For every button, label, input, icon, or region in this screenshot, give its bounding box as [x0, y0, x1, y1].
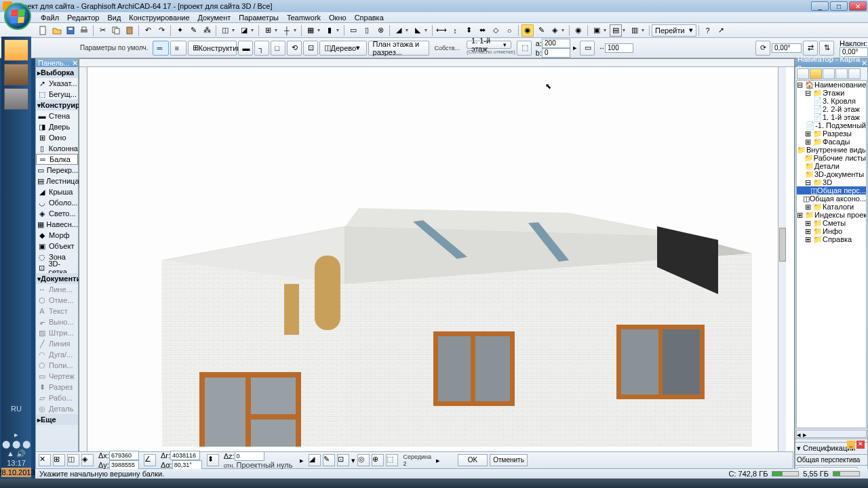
cb9-icon[interactable]: ⊡	[337, 454, 349, 466]
magic-wand-icon[interactable]: ✦	[174, 24, 186, 37]
tool-marquee[interactable]: ⬚Бегущ...	[36, 89, 78, 100]
tool-leveldim[interactable]: ⬡Отме...	[36, 295, 78, 306]
cb1-icon[interactable]: ✕	[39, 454, 51, 466]
nav-x-icon[interactable]: ✕	[856, 441, 865, 449]
angle-field[interactable]	[772, 43, 802, 53]
menu-design[interactable]: Конструирование	[125, 14, 193, 22]
v-scrollbar[interactable]	[778, 67, 786, 468]
group-icon[interactable]: ▦	[304, 24, 317, 37]
dim2-icon[interactable]: ↕	[449, 24, 461, 37]
suspend-icon[interactable]: ▮	[323, 24, 336, 37]
tool-arc[interactable]: ◠Дуга/...	[36, 349, 78, 360]
profile-icon[interactable]: ▭	[580, 41, 595, 56]
render2-icon[interactable]: ▤	[610, 24, 622, 37]
open-icon[interactable]	[51, 24, 63, 37]
method3-icon[interactable]: □	[271, 41, 285, 56]
mark3-icon[interactable]: ◈	[549, 24, 561, 37]
tool-wall[interactable]: ▬Стена	[36, 110, 78, 121]
clock-time[interactable]: 13:17	[1, 458, 31, 468]
nav-mini-icon[interactable]: _	[847, 441, 855, 449]
menu-options[interactable]: Параметры	[235, 14, 283, 22]
geom1-icon[interactable]: ═	[153, 41, 169, 56]
tool-shell[interactable]: ◡Оболо...	[36, 197, 78, 208]
cursor-icon[interactable]: ➚	[715, 24, 728, 37]
dx-field[interactable]	[109, 451, 139, 460]
a1-icon[interactable]: ◢	[393, 24, 405, 37]
3d-viewport[interactable]: x y z ⬉ ◰ ⊕ ⊖ ⛶	[79, 58, 795, 479]
method1-icon[interactable]: ▬	[238, 41, 253, 56]
menu-edit[interactable]: Редактор	[63, 14, 103, 22]
tool-label[interactable]: ⬐Выно...	[36, 317, 78, 327]
close-button[interactable]: ✕	[849, 1, 867, 11]
menu-help[interactable]: Справка	[351, 14, 388, 22]
tool-section[interactable]: ⬍Разрез	[36, 382, 78, 392]
filter-icon[interactable]: ▯	[361, 24, 373, 37]
save-icon[interactable]	[64, 24, 77, 37]
cb7-icon[interactable]: ◢	[309, 454, 321, 466]
mirror-icon[interactable]: ⇄	[803, 41, 818, 56]
tool-beam[interactable]: ═Балка	[36, 154, 78, 165]
maximize-button[interactable]: □	[830, 1, 848, 11]
cb11-icon[interactable]: ⊕	[372, 454, 384, 466]
tool-mesh[interactable]: ⊡3D-сетка	[36, 262, 78, 273]
nav-tab-1[interactable]	[797, 68, 809, 79]
tray-icons[interactable]: ⬤ ⬤ ⬤	[1, 439, 31, 449]
geom2-icon[interactable]: ≡	[170, 41, 186, 56]
construct-combo[interactable]: ⊞ Конструктив...	[188, 41, 237, 56]
quick3-icon[interactable]	[4, 88, 28, 110]
tool-skylight[interactable]: ◈Свето...	[36, 208, 78, 219]
new-icon[interactable]	[37, 24, 50, 37]
cut-icon[interactable]: ✂	[96, 24, 108, 37]
method5-icon[interactable]: ⊡	[303, 41, 318, 56]
tool-lineardim[interactable]: ↔Лине...	[36, 284, 78, 295]
redo-icon[interactable]: ↷	[155, 24, 167, 37]
mark1-icon[interactable]: ◉	[521, 24, 534, 37]
section-construct[interactable]: ▾ Конструиро...	[36, 100, 78, 110]
nav-tab-4[interactable]	[835, 68, 848, 79]
menu-view[interactable]: Вид	[103, 14, 125, 22]
menu-file[interactable]: Файл	[37, 14, 63, 22]
mark2-icon[interactable]: ✎	[535, 24, 547, 37]
print-icon[interactable]	[78, 24, 90, 37]
tool-roof[interactable]: ◢Крыша	[36, 186, 78, 197]
cb12-icon[interactable]: ⬚	[386, 454, 398, 466]
cb3-icon[interactable]: ◫	[67, 454, 79, 466]
help-icon[interactable]: ?	[702, 24, 714, 37]
tool-worksheet[interactable]: ▱Рабо...	[36, 392, 78, 403]
tray-icons2[interactable]: ▲ 🔊	[1, 449, 31, 458]
cb4-icon[interactable]: ◈	[81, 454, 94, 466]
tool-fill[interactable]: ▨Штри...	[36, 327, 78, 338]
a-field[interactable]	[542, 39, 570, 48]
tool-line[interactable]: ╱Линия	[36, 338, 78, 349]
quick1-icon[interactable]	[4, 39, 28, 61]
render1-icon[interactable]: ▣	[591, 24, 603, 37]
cb10-icon[interactable]: ◎	[357, 454, 370, 466]
tool-curtain[interactable]: ▦Навесн...	[36, 219, 78, 230]
grid-icon[interactable]: ┼	[281, 24, 293, 37]
dim1-icon[interactable]: ⟷	[435, 24, 448, 37]
toolbox-close-icon[interactable]: ✕	[71, 59, 78, 68]
method4-icon[interactable]: ⟲	[287, 41, 302, 56]
tool-stair[interactable]: ▤Лестница	[36, 176, 78, 186]
ok-button[interactable]: OK	[458, 454, 488, 466]
width-field[interactable]	[605, 43, 633, 53]
navigator-tree[interactable]: ⊟ 🏠 Наименование проекта ⊟ 📁 Этажи 📄 3. …	[796, 80, 867, 428]
lang-indicator[interactable]: RU	[1, 404, 31, 413]
cb6-icon[interactable]: ⬍	[207, 454, 219, 466]
eyedropper-icon[interactable]: ⁂	[201, 24, 213, 37]
dim4-icon[interactable]: ⬌	[476, 24, 488, 37]
plan-combo[interactable]: План этажа и разрез...	[368, 41, 429, 56]
tool-text[interactable]: AТекст	[36, 306, 78, 317]
a2-icon[interactable]: ◣	[412, 24, 424, 37]
nav-tab-3[interactable]	[823, 68, 835, 79]
floor-combo[interactable]: 1. 1-й этаж ▾	[467, 41, 511, 49]
pencil-icon[interactable]: ✎	[187, 24, 199, 37]
tool-slab[interactable]: ▭Перекр...	[36, 165, 78, 176]
menu-document[interactable]: Документ	[194, 14, 235, 22]
tool-column[interactable]: ▯Колонна	[36, 143, 78, 154]
view3d-icon[interactable]: ◉	[572, 24, 585, 37]
method2-icon[interactable]: ┐	[254, 41, 269, 56]
minimize-button[interactable]: _	[811, 1, 829, 11]
tool-window[interactable]: ⊞Окно	[36, 132, 78, 143]
menu-teamwork[interactable]: Teamwork	[283, 14, 325, 22]
